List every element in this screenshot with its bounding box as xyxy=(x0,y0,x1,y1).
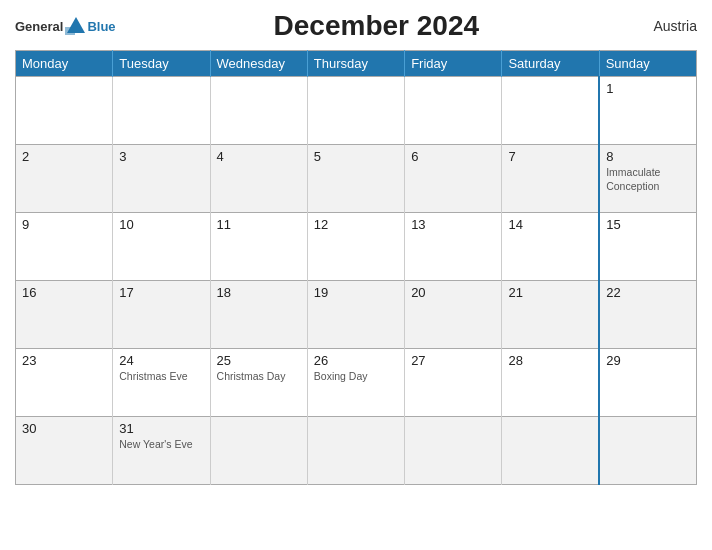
page-title: December 2024 xyxy=(116,10,637,42)
header-sunday: Sunday xyxy=(599,51,696,77)
calendar-week-5: 2324Christmas Eve25Christmas Day26Boxing… xyxy=(16,349,697,417)
calendar-week-1: 1 xyxy=(16,77,697,145)
day-number: 17 xyxy=(119,285,203,300)
calendar-cell: 9 xyxy=(16,213,113,281)
day-number: 29 xyxy=(606,353,690,368)
day-number: 28 xyxy=(508,353,592,368)
calendar-cell xyxy=(599,417,696,485)
calendar-cell: 17 xyxy=(113,281,210,349)
day-number: 14 xyxy=(508,217,592,232)
calendar-cell xyxy=(405,77,502,145)
calendar-week-3: 9101112131415 xyxy=(16,213,697,281)
calendar-cell: 20 xyxy=(405,281,502,349)
calendar-cell xyxy=(307,417,404,485)
header-wednesday: Wednesday xyxy=(210,51,307,77)
calendar-cell: 25Christmas Day xyxy=(210,349,307,417)
day-number: 9 xyxy=(22,217,106,232)
calendar-cell: 28 xyxy=(502,349,599,417)
calendar-cell: 14 xyxy=(502,213,599,281)
header-saturday: Saturday xyxy=(502,51,599,77)
day-number: 3 xyxy=(119,149,203,164)
calendar-cell: 2 xyxy=(16,145,113,213)
day-number: 8 xyxy=(606,149,690,164)
day-number: 31 xyxy=(119,421,203,436)
calendar-cell: 3 xyxy=(113,145,210,213)
calendar-cell xyxy=(210,77,307,145)
calendar-cell: 15 xyxy=(599,213,696,281)
calendar-cell: 31New Year's Eve xyxy=(113,417,210,485)
header-tuesday: Tuesday xyxy=(113,51,210,77)
calendar-week-6: 3031New Year's Eve xyxy=(16,417,697,485)
calendar-cell: 12 xyxy=(307,213,404,281)
calendar-cell: 23 xyxy=(16,349,113,417)
day-number: 5 xyxy=(314,149,398,164)
calendar-cell: 5 xyxy=(307,145,404,213)
calendar-cell xyxy=(307,77,404,145)
day-number: 10 xyxy=(119,217,203,232)
weekday-header-row: Monday Tuesday Wednesday Thursday Friday… xyxy=(16,51,697,77)
calendar-page: General Blue December 2024 Austria Monda… xyxy=(0,0,712,550)
day-number: 11 xyxy=(217,217,301,232)
day-number: 18 xyxy=(217,285,301,300)
header-thursday: Thursday xyxy=(307,51,404,77)
calendar-cell xyxy=(113,77,210,145)
holiday-label: Christmas Day xyxy=(217,370,301,384)
calendar-cell: 22 xyxy=(599,281,696,349)
day-number: 16 xyxy=(22,285,106,300)
calendar-cell: 24Christmas Eve xyxy=(113,349,210,417)
calendar-cell: 18 xyxy=(210,281,307,349)
calendar-cell xyxy=(502,77,599,145)
page-header: General Blue December 2024 Austria xyxy=(15,10,697,42)
holiday-label: Boxing Day xyxy=(314,370,398,384)
header-friday: Friday xyxy=(405,51,502,77)
calendar-cell: 11 xyxy=(210,213,307,281)
country-label: Austria xyxy=(637,18,697,34)
calendar-cell: 19 xyxy=(307,281,404,349)
logo-blue-text: Blue xyxy=(87,19,115,34)
logo-general-text: General xyxy=(15,19,63,34)
day-number: 27 xyxy=(411,353,495,368)
day-number: 20 xyxy=(411,285,495,300)
calendar-cell: 7 xyxy=(502,145,599,213)
day-number: 24 xyxy=(119,353,203,368)
day-number: 6 xyxy=(411,149,495,164)
day-number: 4 xyxy=(217,149,301,164)
calendar-cell: 16 xyxy=(16,281,113,349)
day-number: 30 xyxy=(22,421,106,436)
day-number: 22 xyxy=(606,285,690,300)
day-number: 19 xyxy=(314,285,398,300)
calendar-cell: 10 xyxy=(113,213,210,281)
holiday-label: New Year's Eve xyxy=(119,438,203,452)
day-number: 13 xyxy=(411,217,495,232)
day-number: 21 xyxy=(508,285,592,300)
calendar-cell: 27 xyxy=(405,349,502,417)
calendar-cell: 8Immaculate Conception xyxy=(599,145,696,213)
calendar-cell: 6 xyxy=(405,145,502,213)
calendar-cell: 4 xyxy=(210,145,307,213)
calendar-week-2: 2345678Immaculate Conception xyxy=(16,145,697,213)
calendar-week-4: 16171819202122 xyxy=(16,281,697,349)
calendar-cell: 29 xyxy=(599,349,696,417)
day-number: 15 xyxy=(606,217,690,232)
day-number: 2 xyxy=(22,149,106,164)
svg-rect-1 xyxy=(65,27,75,35)
holiday-label: Christmas Eve xyxy=(119,370,203,384)
calendar-cell: 21 xyxy=(502,281,599,349)
holiday-label: Immaculate Conception xyxy=(606,166,690,193)
calendar-cell xyxy=(405,417,502,485)
header-monday: Monday xyxy=(16,51,113,77)
calendar-cell: 30 xyxy=(16,417,113,485)
logo: General Blue xyxy=(15,15,116,37)
calendar-cell: 13 xyxy=(405,213,502,281)
day-number: 12 xyxy=(314,217,398,232)
calendar-table: Monday Tuesday Wednesday Thursday Friday… xyxy=(15,50,697,485)
logo-icon xyxy=(65,15,87,37)
calendar-cell: 1 xyxy=(599,77,696,145)
day-number: 23 xyxy=(22,353,106,368)
calendar-cell xyxy=(16,77,113,145)
calendar-cell xyxy=(502,417,599,485)
day-number: 7 xyxy=(508,149,592,164)
day-number: 1 xyxy=(606,81,690,96)
day-number: 26 xyxy=(314,353,398,368)
calendar-cell xyxy=(210,417,307,485)
